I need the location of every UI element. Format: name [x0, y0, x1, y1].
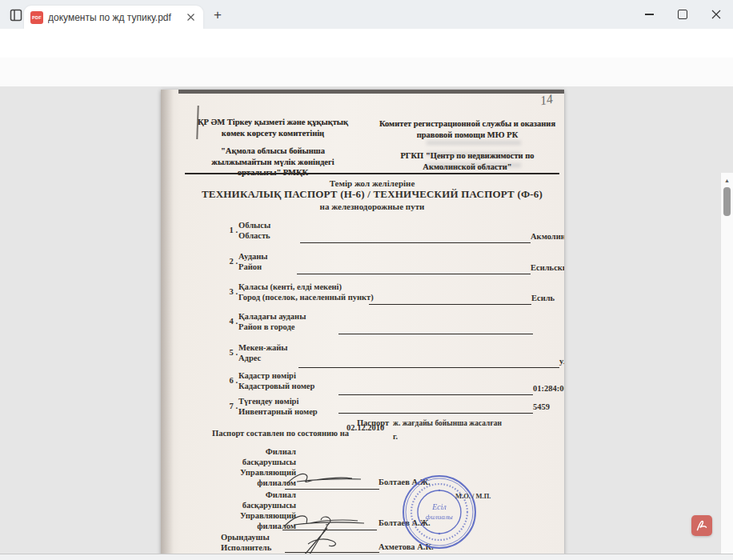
- role-line: Управляющий: [161, 510, 296, 521]
- close-button[interactable]: [699, 0, 733, 29]
- field-number: 5 .: [223, 348, 238, 357]
- signature-line: [282, 518, 377, 530]
- field-value-line: Есиль: [369, 293, 531, 305]
- field-value: Есиль: [531, 293, 555, 304]
- handwritten-page-number: 14: [539, 92, 555, 109]
- field-label: АуданыРайон: [238, 251, 267, 272]
- field-label-ru: Район в городе: [238, 322, 306, 332]
- scroll-up-icon[interactable]: ▲: [721, 174, 733, 186]
- role-line: басқарушысы: [161, 457, 296, 467]
- field-value-line: 01:284:002:716: [338, 383, 533, 395]
- document-page: 14 ҚР ӘМ Тіркеу қызметі және құқықтық кө…: [161, 90, 564, 554]
- browser-window: PDF документы по жд тупику.pdf + Файл C:…: [0, 0, 733, 560]
- field-label-ru: Кадастровый номер: [238, 381, 314, 391]
- title-bar: PDF документы по жд тупику.pdf +: [0, 0, 733, 29]
- role-line: Орындаушы: [221, 532, 271, 542]
- field-value: 01:284:002:716: [533, 383, 564, 394]
- scan-edge-artifact: [178, 90, 564, 94]
- passport-date: 02.12.2010: [346, 423, 384, 432]
- header-left-kk-committee: ҚР ӘМ Тіркеу қызметі және құқықтық көмек…: [193, 117, 353, 138]
- passport-year-abbrev: г.: [393, 432, 398, 441]
- minimize-button[interactable]: [632, 0, 666, 29]
- signature-role-executor: ОрындаушыИсполнитель: [221, 532, 271, 553]
- field-number: 3 .: [223, 287, 238, 296]
- open-in-acrobat-button[interactable]: [691, 515, 712, 536]
- stamp-text-2: филиалы: [426, 513, 453, 521]
- header-right-ru-committee: Комитет регистрационной службы и оказани…: [374, 118, 561, 140]
- field-value: Акмолинская: [531, 231, 564, 242]
- field-number: 7 .: [223, 402, 238, 410]
- seal-abbreviation: М.О. / М.П.: [455, 492, 491, 500]
- field-number: 1 .: [223, 226, 238, 234]
- field-value-line: [338, 322, 533, 334]
- role-line: Филиал: [161, 490, 296, 500]
- field-label-ru: Город (поселок, населенный пункт): [238, 292, 374, 302]
- doc-title-ru: на железнодорожные пути: [185, 202, 559, 211]
- field-label: Қаласы (кенті, елді мекені)Город (посело…: [238, 282, 374, 302]
- passport-label-kk2: ж. жағдайы бойынша жасалған: [393, 419, 521, 427]
- minimize-icon: [645, 14, 654, 14]
- pdf-file-icon: PDF: [30, 11, 43, 24]
- maximize-icon: [678, 10, 687, 19]
- field-label: Мекен-жайыАдрес: [238, 342, 288, 363]
- field-value-line: Акмолинская: [300, 231, 531, 243]
- field-label-kk: Қаладағы ауданы: [238, 311, 306, 322]
- navigation-bar: Файл C:/Users/user/Desktop/Тупик%20Есиль…: [0, 29, 733, 58]
- doc-title-kk: Темір жол желілеріне: [185, 178, 559, 188]
- pdf-viewer: 14 ҚР ӘМ Тіркеу қызметі және құқықтық кө…: [0, 86, 733, 554]
- field-value: 5459: [533, 402, 550, 413]
- field-label: Қаладағы ауданыРайон в городе: [238, 311, 306, 332]
- passport-label-ru: Паспорт составлен по состоянию на: [212, 429, 349, 438]
- signature-role-manager-2: ФилиалбасқарушысыУправляющийфилиалом: [161, 490, 296, 531]
- maximize-button[interactable]: [666, 0, 699, 29]
- field-label-kk: Мекен-жайы: [238, 342, 288, 353]
- field-value: ул. Промзона, ст-е 1/6 ж.д. подьездной п…: [559, 356, 564, 367]
- role-line: Филиал: [161, 446, 296, 457]
- header-right-ru-center: РГКП "Центр по недвижимости по Акмолинск…: [374, 150, 561, 172]
- role-line: Управляющий: [161, 467, 296, 478]
- field-label: Түгендеу нөміріИнвентарный номер: [238, 396, 318, 417]
- role-line: басқарушысы: [161, 500, 296, 510]
- field-label-ru: Область: [238, 230, 270, 241]
- field-label-ru: Инвентарный номер: [238, 406, 318, 417]
- field-label: ОблысыОбласть: [238, 220, 270, 241]
- window-controls: [632, 0, 733, 29]
- tab-close-icon[interactable]: [184, 11, 197, 24]
- doc-title-main: ТЕХНИКАЛЫҚ ПАСПОРТ (Н-6) / ТЕХНИЧЕСКИЙ П…: [185, 188, 559, 201]
- tab-title: документы по жд тупику.pdf: [48, 12, 179, 23]
- field-label-kk: Ауданы: [238, 251, 267, 262]
- official-stamp: Есіл филиалы: [401, 474, 478, 550]
- signature-line: [285, 541, 379, 553]
- field-label-ru: Район: [238, 262, 267, 272]
- field-label: Кадастр нөміріКадастровый номер: [238, 370, 314, 391]
- field-value-line: 5459: [338, 402, 533, 414]
- field-value-line: Есильский: [297, 262, 531, 274]
- role-line: филиалом: [161, 521, 296, 531]
- vertical-scrollbar[interactable]: ▲ ▼: [720, 173, 733, 554]
- field-label-kk: Түгендеу нөмірі: [238, 396, 318, 406]
- tab-actions-button[interactable]: [8, 7, 24, 23]
- browser-tab[interactable]: PDF документы по жд тупику.pdf: [24, 6, 203, 29]
- field-value-line: ул. Промзона, ст-е 1/6 ж.д. подьездной п…: [298, 356, 559, 368]
- pdf-toolbar: A a из 13: [0, 58, 733, 87]
- field-number: 4 .: [223, 317, 238, 326]
- field-number: 6 .: [223, 376, 238, 385]
- field-label-kk: Қаласы (кенті, елді мекені): [238, 282, 374, 292]
- field-label-kk: Облысы: [238, 220, 270, 230]
- role-line: Исполнитель: [221, 542, 271, 553]
- scrollbar-thumb[interactable]: [723, 187, 731, 216]
- new-tab-button[interactable]: +: [210, 7, 226, 23]
- acrobat-icon: [695, 518, 709, 533]
- field-label-kk: Кадастр нөмірі: [238, 370, 314, 381]
- field-number: 2 .: [223, 257, 238, 266]
- field-value: Есильский: [531, 262, 564, 274]
- close-icon: [711, 10, 721, 19]
- field-label-ru: Адрес: [238, 353, 288, 363]
- role-line: филиалом: [161, 478, 296, 488]
- stamp-text-1: Есіл: [431, 502, 447, 511]
- window-bottom-edge: [0, 554, 733, 560]
- signature-role-manager-1: ФилиалбасқарушысыУправляющийфилиалом: [161, 446, 296, 488]
- header-rule: [185, 173, 559, 174]
- signature-line: [285, 478, 379, 490]
- tab-actions-icon: [9, 8, 23, 22]
